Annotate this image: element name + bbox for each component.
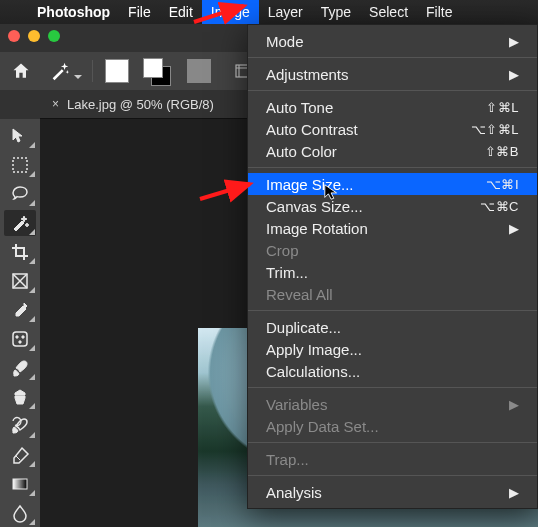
brush-tool[interactable] <box>4 355 36 381</box>
menu-item-label: Adjustments <box>266 66 501 83</box>
menu-item-auto-color[interactable]: Auto Color⇧⌘B <box>248 140 537 162</box>
menu-item-shortcut: ⇧⌘B <box>485 144 519 159</box>
submenu-arrow-icon: ▶ <box>509 397 519 412</box>
menu-separator <box>248 310 537 311</box>
frame-tool[interactable] <box>4 268 36 294</box>
menu-item-apply-image[interactable]: Apply Image... <box>248 338 537 360</box>
document-tab-title: Lake.jpg @ 50% (RGB/8) <box>67 97 214 112</box>
document-tab-strip: × Lake.jpg @ 50% (RGB/8) <box>40 90 226 118</box>
menu-item-shortcut: ⌥⌘I <box>486 177 519 192</box>
tool-preset-picker[interactable] <box>40 56 80 86</box>
svg-rect-1 <box>13 158 27 172</box>
menu-item-auto-contrast[interactable]: Auto Contrast⌥⇧⌘L <box>248 118 537 140</box>
marquee-tool[interactable] <box>4 152 36 178</box>
menu-item-label: Image Size... <box>266 176 486 193</box>
menu-item-label: Canvas Size... <box>266 198 480 215</box>
menu-item-mode[interactable]: Mode▶ <box>248 30 537 52</box>
submenu-arrow-icon: ▶ <box>509 34 519 49</box>
window-close-button[interactable] <box>8 30 20 42</box>
eyedropper-tool[interactable] <box>4 297 36 323</box>
submenu-arrow-icon: ▶ <box>509 485 519 500</box>
menu-item-reveal-all: Reveal All <box>248 283 537 305</box>
healing-brush-tool[interactable] <box>4 326 36 352</box>
blur-tool[interactable] <box>4 500 36 526</box>
menu-item-label: Analysis <box>266 484 501 501</box>
close-tab-icon[interactable]: × <box>52 97 59 111</box>
home-icon[interactable] <box>6 56 36 86</box>
fg-bg-swatch[interactable] <box>143 58 169 84</box>
document-tab[interactable]: × Lake.jpg @ 50% (RGB/8) <box>40 97 226 112</box>
menu-item-label: Calculations... <box>266 363 519 380</box>
menu-item-label: Variables <box>266 396 501 413</box>
menu-item-calculations[interactable]: Calculations... <box>248 360 537 382</box>
divider <box>92 60 93 82</box>
lasso-tool[interactable] <box>4 181 36 207</box>
menu-item-analysis[interactable]: Analysis▶ <box>248 481 537 503</box>
menu-separator <box>248 387 537 388</box>
menu-item-canvas-size[interactable]: Canvas Size...⌥⌘C <box>248 195 537 217</box>
menu-edit[interactable]: Edit <box>160 0 202 24</box>
menu-item-trim[interactable]: Trim... <box>248 261 537 283</box>
menu-type[interactable]: Type <box>312 0 360 24</box>
svg-point-7 <box>22 336 24 338</box>
eraser-tool[interactable] <box>4 442 36 468</box>
menu-separator <box>248 90 537 91</box>
menu-item-trap: Trap... <box>248 448 537 470</box>
image-menu-dropdown: Mode▶Adjustments▶Auto Tone⇧⌘LAuto Contra… <box>247 24 538 509</box>
menu-item-label: Reveal All <box>266 286 519 303</box>
magic-wand-tool[interactable] <box>4 210 36 236</box>
menu-item-label: Auto Tone <box>266 99 486 116</box>
menu-file[interactable]: File <box>119 0 160 24</box>
menu-item-shortcut: ⌥⇧⌘L <box>471 122 519 137</box>
sample-swatch[interactable] <box>105 59 129 83</box>
menu-item-adjustments[interactable]: Adjustments▶ <box>248 63 537 85</box>
foreground-color-swatch[interactable] <box>143 58 163 78</box>
menu-item-label: Trim... <box>266 264 519 281</box>
menu-layer[interactable]: Layer <box>259 0 312 24</box>
menu-item-label: Crop <box>266 242 519 259</box>
menu-separator <box>248 475 537 476</box>
menu-filte[interactable]: Filte <box>417 0 461 24</box>
menu-item-duplicate[interactable]: Duplicate... <box>248 316 537 338</box>
menu-image[interactable]: Image <box>202 0 259 24</box>
menu-separator <box>248 57 537 58</box>
svg-rect-9 <box>13 479 27 489</box>
crop-tool[interactable] <box>4 239 36 265</box>
menu-item-label: Mode <box>266 33 501 50</box>
menu-item-image-rotation[interactable]: Image Rotation▶ <box>248 217 537 239</box>
menu-separator <box>248 442 537 443</box>
tool-panel <box>0 119 40 527</box>
history-brush-tool[interactable] <box>4 413 36 439</box>
svg-rect-5 <box>13 332 27 346</box>
svg-point-8 <box>19 341 21 343</box>
menu-item-label: Duplicate... <box>266 319 519 336</box>
menu-separator <box>248 167 537 168</box>
window-minimize-button[interactable] <box>28 30 40 42</box>
svg-point-6 <box>16 336 18 338</box>
submenu-arrow-icon: ▶ <box>509 221 519 236</box>
options-thumbnail[interactable] <box>187 59 211 83</box>
app-name[interactable]: Photoshop <box>28 0 119 24</box>
menu-item-label: Trap... <box>266 451 519 468</box>
menu-item-apply-data-set: Apply Data Set... <box>248 415 537 437</box>
menu-select[interactable]: Select <box>360 0 417 24</box>
menu-item-label: Apply Image... <box>266 341 519 358</box>
mac-menu-bar: Photoshop FileEditImageLayerTypeSelectFi… <box>0 0 538 24</box>
clone-stamp-tool[interactable] <box>4 384 36 410</box>
menu-item-shortcut: ⌥⌘C <box>480 199 519 214</box>
submenu-arrow-icon: ▶ <box>509 67 519 82</box>
menu-item-image-size[interactable]: Image Size...⌥⌘I <box>248 173 537 195</box>
menu-item-label: Auto Color <box>266 143 485 160</box>
chevron-down-icon <box>74 75 82 83</box>
menu-item-label: Apply Data Set... <box>266 418 519 435</box>
move-tool[interactable] <box>4 123 36 149</box>
menu-item-auto-tone[interactable]: Auto Tone⇧⌘L <box>248 96 537 118</box>
menu-item-shortcut: ⇧⌘L <box>486 100 519 115</box>
menu-item-crop: Crop <box>248 239 537 261</box>
window-zoom-button[interactable] <box>48 30 60 42</box>
menu-item-variables: Variables▶ <box>248 393 537 415</box>
gradient-tool[interactable] <box>4 471 36 497</box>
window-traffic-lights <box>8 30 60 42</box>
menu-item-label: Auto Contrast <box>266 121 471 138</box>
menu-item-label: Image Rotation <box>266 220 501 237</box>
